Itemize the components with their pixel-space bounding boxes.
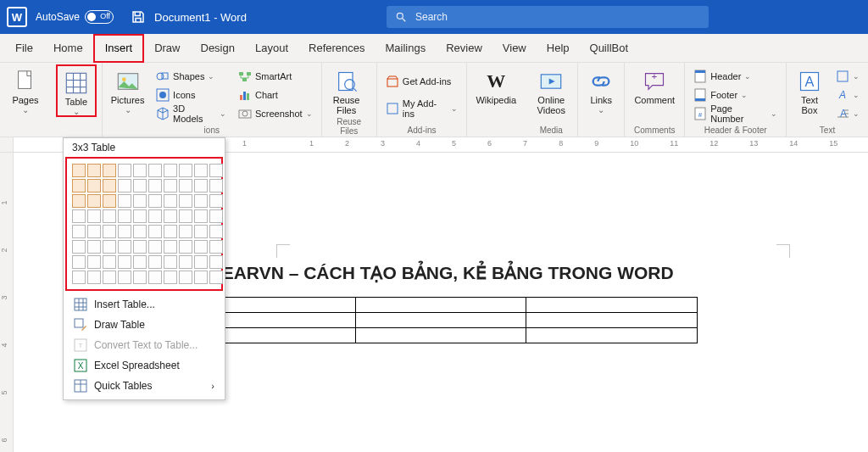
grid-cell[interactable] — [148, 179, 162, 193]
grid-cell[interactable] — [179, 179, 192, 193]
tab-quillbot[interactable]: QuillBot — [580, 34, 639, 63]
icons-button[interactable]: Icons — [153, 86, 230, 103]
grid-cell[interactable] — [148, 271, 162, 284]
tab-references[interactable]: References — [298, 34, 375, 63]
grid-cell[interactable] — [164, 164, 177, 177]
document-table[interactable] — [184, 297, 698, 343]
grid-cell[interactable] — [148, 194, 162, 208]
draw-table-item[interactable]: Draw Table — [64, 315, 225, 335]
grid-cell[interactable] — [179, 164, 192, 177]
grid-cell[interactable] — [103, 194, 116, 208]
grid-cell[interactable] — [87, 225, 101, 238]
grid-cell[interactable] — [194, 240, 208, 254]
autosave-toggle[interactable]: AutoSave Off — [36, 10, 114, 24]
grid-cell[interactable] — [164, 255, 177, 269]
page-number-button[interactable]: #Page Number⌄ — [690, 105, 781, 122]
grid-cell[interactable] — [72, 271, 86, 284]
grid-cell[interactable] — [179, 225, 192, 238]
grid-cell[interactable] — [148, 255, 162, 269]
grid-cell[interactable] — [148, 164, 162, 177]
grid-cell[interactable] — [179, 255, 192, 269]
grid-cell[interactable] — [209, 255, 223, 269]
header-button[interactable]: Header⌄ — [690, 68, 781, 85]
comment-button[interactable]: + Comment — [630, 64, 679, 105]
text-box-button[interactable]: A Text Box — [792, 64, 827, 115]
grid-cell[interactable] — [133, 209, 147, 223]
grid-cell[interactable] — [133, 194, 147, 208]
grid-cell[interactable] — [72, 209, 86, 223]
get-addins-button[interactable]: Get Add-ins — [382, 73, 461, 90]
grid-cell[interactable] — [194, 179, 208, 193]
grid-cell[interactable] — [209, 164, 223, 177]
grid-cell[interactable] — [148, 225, 162, 238]
online-videos-button[interactable]: Online Videos — [530, 64, 572, 115]
grid-cell[interactable] — [164, 225, 177, 238]
tab-review[interactable]: Review — [436, 34, 492, 63]
chart-button[interactable]: Chart — [235, 86, 316, 103]
grid-cell[interactable] — [103, 164, 116, 177]
grid-cell[interactable] — [72, 194, 86, 208]
grid-cell[interactable] — [209, 271, 223, 284]
grid-cell[interactable] — [179, 271, 192, 284]
grid-cell[interactable] — [103, 255, 116, 269]
grid-cell[interactable] — [133, 225, 147, 238]
insert-table-item[interactable]: Insert Table... — [64, 294, 225, 315]
grid-cell[interactable] — [87, 255, 101, 269]
grid-cell[interactable] — [118, 240, 131, 254]
screenshot-button[interactable]: Screenshot⌄ — [235, 105, 316, 122]
grid-cell[interactable] — [87, 240, 101, 254]
quick-tables-item[interactable]: Quick Tables › — [64, 376, 225, 396]
grid-cell[interactable] — [179, 209, 192, 223]
save-icon[interactable] — [131, 9, 146, 25]
wordart-button[interactable]: A⌄ — [832, 86, 863, 103]
grid-cell[interactable] — [103, 209, 116, 223]
table-grid-picker[interactable] — [65, 157, 223, 291]
table-button[interactable]: Table ⌄ — [56, 64, 97, 117]
tab-design[interactable]: Design — [191, 34, 245, 63]
3d-models-button[interactable]: 3D Models⌄ — [153, 105, 230, 122]
grid-cell[interactable] — [118, 194, 131, 208]
grid-cell[interactable] — [103, 179, 116, 193]
wikipedia-button[interactable]: W Wikipedia — [472, 64, 520, 105]
grid-cell[interactable] — [103, 240, 116, 254]
grid-cell[interactable] — [194, 255, 208, 269]
grid-cell[interactable] — [209, 240, 223, 254]
grid-cell[interactable] — [87, 164, 101, 177]
grid-cell[interactable] — [133, 271, 147, 284]
tab-mailings[interactable]: Mailings — [376, 34, 437, 63]
pages-button[interactable]: Pages ⌄ — [5, 64, 46, 114]
quick-parts-button[interactable]: ⌄ — [832, 68, 863, 85]
excel-spreadsheet-item[interactable]: X Excel Spreadsheet — [64, 355, 225, 376]
grid-cell[interactable] — [87, 194, 101, 208]
my-addins-button[interactable]: My Add-ins⌄ — [382, 100, 461, 117]
grid-cell[interactable] — [164, 240, 177, 254]
grid-cell[interactable] — [209, 194, 223, 208]
grid-cell[interactable] — [164, 194, 177, 208]
footer-button[interactable]: Footer⌄ — [690, 86, 781, 103]
grid-cell[interactable] — [194, 271, 208, 284]
grid-cell[interactable] — [164, 179, 177, 193]
grid-cell[interactable] — [118, 179, 131, 193]
tab-insert[interactable]: Insert — [93, 34, 145, 63]
tab-home[interactable]: Home — [43, 34, 93, 63]
grid-cell[interactable] — [179, 240, 192, 254]
links-button[interactable]: Links ⌄ — [583, 64, 619, 114]
tab-help[interactable]: Help — [537, 34, 580, 63]
grid-cell[interactable] — [209, 179, 223, 193]
tab-draw[interactable]: Draw — [144, 34, 190, 63]
grid-cell[interactable] — [179, 194, 192, 208]
grid-cell[interactable] — [209, 209, 223, 223]
grid-cell[interactable] — [118, 271, 131, 284]
grid-cell[interactable] — [118, 209, 131, 223]
drop-cap-button[interactable]: A⌄ — [832, 105, 863, 122]
grid-cell[interactable] — [194, 225, 208, 238]
reuse-files-button[interactable]: Reuse Files — [327, 64, 366, 115]
grid-cell[interactable] — [148, 240, 162, 254]
grid-cell[interactable] — [118, 164, 131, 177]
grid-cell[interactable] — [133, 164, 147, 177]
grid-cell[interactable] — [72, 255, 86, 269]
grid-cell[interactable] — [194, 164, 208, 177]
grid-cell[interactable] — [164, 209, 177, 223]
smartart-button[interactable]: SmartArt — [235, 68, 316, 85]
grid-cell[interactable] — [133, 240, 147, 254]
